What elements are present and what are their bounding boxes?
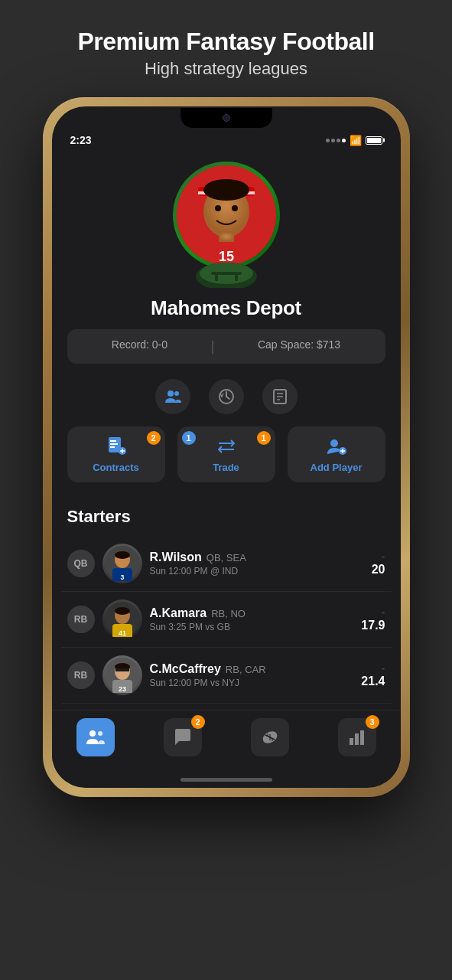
trade-badge-right: 1 bbox=[257, 431, 271, 445]
page-title: Premium Fantasy Football bbox=[58, 28, 395, 56]
chat-nav-icon bbox=[173, 727, 193, 747]
score-value: 17.9 bbox=[361, 619, 385, 632]
phone-wrapper: 2:23 📶 bbox=[43, 97, 410, 797]
svg-rect-14 bbox=[211, 272, 242, 275]
player-row[interactable]: RB 23 bbox=[61, 648, 392, 704]
team-name-wrapper: Mahomes Depot bbox=[52, 296, 401, 320]
contracts-label: Contracts bbox=[93, 462, 139, 473]
history-icon bbox=[218, 388, 235, 405]
status-right: 📶 bbox=[326, 135, 382, 146]
battery-icon bbox=[366, 136, 382, 145]
avatar-ring: 15 bbox=[173, 162, 280, 269]
nav-league[interactable] bbox=[247, 718, 293, 756]
notch-inner bbox=[180, 108, 272, 128]
home-indicator bbox=[180, 778, 272, 782]
page-header: Premium Fantasy Football High strategy l… bbox=[43, 0, 410, 97]
football-nav-icon bbox=[260, 727, 280, 747]
avatar-image: 15 bbox=[177, 165, 276, 265]
helmet-svg bbox=[192, 261, 261, 288]
score-value: 21.4 bbox=[361, 675, 385, 688]
score-dash: - bbox=[372, 550, 385, 563]
svg-rect-59 bbox=[355, 733, 359, 745]
helmet-decoration-wrapper bbox=[173, 261, 280, 288]
score-dash: - bbox=[361, 606, 385, 619]
status-time: 2:23 bbox=[70, 134, 92, 146]
contracts-icon bbox=[106, 436, 127, 457]
phone-screen: 2:23 📶 bbox=[52, 106, 401, 788]
nav-team[interactable] bbox=[73, 718, 119, 756]
add-player-button[interactable]: Add Player bbox=[288, 426, 385, 482]
player-row[interactable]: RB 41 bbox=[61, 592, 392, 648]
notes-icon-button[interactable] bbox=[262, 379, 298, 414]
nav-stats[interactable]: 3 bbox=[334, 718, 380, 756]
stats-bar: Record: 0-0 | Cap Space: $713 bbox=[67, 329, 385, 364]
player-name-row: C.McCaffrey RB, CAR bbox=[150, 662, 362, 676]
svg-point-10 bbox=[184, 233, 215, 251]
people-icon bbox=[164, 388, 181, 405]
stats-nav-badge: 3 bbox=[366, 715, 379, 729]
svg-text:3: 3 bbox=[120, 573, 124, 581]
contracts-badge: 2 bbox=[147, 431, 161, 445]
stats-nav-icon bbox=[347, 727, 367, 747]
avatar-section: 15 bbox=[52, 146, 401, 284]
team-name: Mahomes Depot bbox=[52, 296, 401, 320]
team-nav-icon bbox=[86, 727, 106, 747]
player-name-row: A.Kamara RB, NO bbox=[150, 606, 362, 620]
player-score-rwilson: - 20 bbox=[372, 550, 385, 577]
svg-rect-15 bbox=[215, 275, 218, 281]
wifi-icon: 📶 bbox=[350, 135, 362, 146]
svg-point-6 bbox=[232, 205, 238, 211]
svg-rect-9 bbox=[219, 233, 234, 242]
contracts-button[interactable]: 2 bbox=[67, 426, 165, 482]
player-row[interactable]: QB 3 bbox=[61, 536, 392, 592]
player-name: A.Kamara bbox=[150, 606, 207, 620]
player-pos-team: RB, NO bbox=[211, 608, 246, 619]
player-score-mccaffrey: - 21.4 bbox=[361, 662, 385, 688]
add-player-label: Add Player bbox=[311, 462, 363, 473]
team-record: Record: 0-0 bbox=[112, 338, 167, 354]
svg-point-52 bbox=[98, 731, 102, 736]
player-pos-team: RB, CAR bbox=[226, 664, 266, 675]
svg-point-51 bbox=[89, 730, 96, 737]
battery-fill bbox=[367, 138, 381, 143]
svg-point-18 bbox=[174, 391, 179, 396]
svg-rect-48 bbox=[115, 668, 129, 671]
action-icons-row bbox=[52, 373, 401, 426]
big-action-row: 2 bbox=[52, 426, 401, 501]
svg-point-4 bbox=[203, 179, 249, 201]
page-subtitle: High strategy leagues bbox=[58, 59, 395, 79]
history-icon-button[interactable] bbox=[209, 379, 244, 414]
trade-button[interactable]: 1 1 Trade bbox=[177, 426, 275, 482]
player-pos-team: QB, SEA bbox=[206, 552, 246, 564]
signal-dots bbox=[326, 139, 346, 142]
status-bar: 2:23 📶 bbox=[52, 129, 401, 146]
rwilson-svg: 3 bbox=[105, 546, 140, 581]
svg-point-42 bbox=[115, 607, 130, 615]
svg-point-17 bbox=[167, 390, 174, 397]
player-info-kamara: A.Kamara RB, NO Sun 3:25 PM vs GB bbox=[150, 606, 362, 632]
avatar-container: 15 bbox=[173, 162, 280, 269]
svg-point-11 bbox=[238, 233, 268, 251]
player-avatar-rwilson: 3 bbox=[102, 544, 142, 583]
league-nav-bg bbox=[251, 718, 289, 756]
team-icon-button[interactable] bbox=[155, 379, 190, 414]
page-container: Premium Fantasy Football High strategy l… bbox=[43, 0, 410, 797]
player-score-kamara: - 17.9 bbox=[361, 606, 385, 632]
chat-nav-badge: 2 bbox=[191, 715, 205, 729]
stats-separator: | bbox=[211, 338, 215, 354]
player-name: R.Wilson bbox=[150, 550, 202, 564]
svg-point-37 bbox=[115, 551, 130, 559]
screen-content: 15 bbox=[52, 146, 401, 782]
phone-frame: 2:23 📶 bbox=[43, 97, 410, 797]
svg-point-31 bbox=[330, 439, 338, 447]
position-badge-rb1: RB bbox=[67, 606, 95, 633]
player-avatar-svg: 15 bbox=[177, 165, 276, 265]
nav-chat[interactable]: 2 bbox=[160, 718, 206, 756]
player-list: QB 3 bbox=[52, 536, 401, 704]
notch bbox=[165, 106, 288, 129]
position-badge-rb2: RB bbox=[67, 662, 95, 689]
player-info-rwilson: R.Wilson QB, SEA Sun 12:00 PM @ IND bbox=[150, 550, 372, 577]
svg-rect-58 bbox=[350, 738, 353, 745]
camera-dot bbox=[223, 114, 230, 122]
cap-space: Cap Space: $713 bbox=[258, 338, 340, 354]
